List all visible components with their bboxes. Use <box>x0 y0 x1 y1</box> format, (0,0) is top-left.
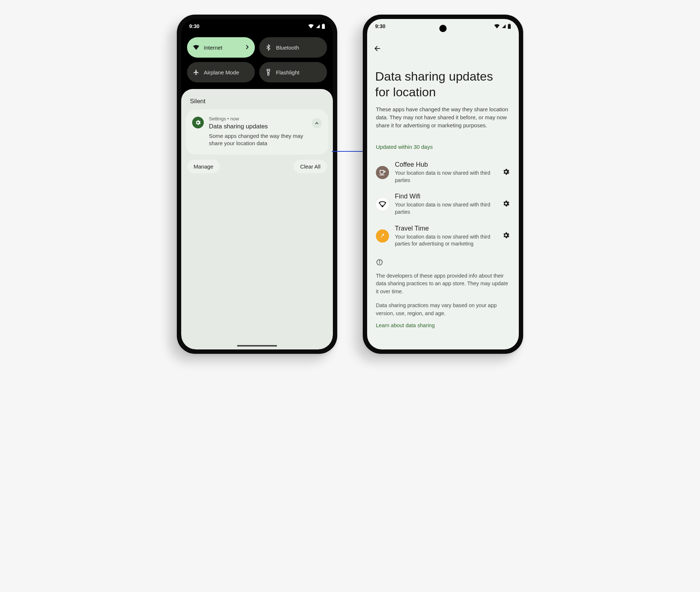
svg-point-3 <box>268 73 269 73</box>
flashlight-icon <box>265 69 272 76</box>
info-text-2: Data sharing practices may vary based on… <box>376 302 510 318</box>
svg-point-10 <box>382 236 383 237</box>
svg-rect-0 <box>322 24 325 29</box>
coffee-icon <box>376 166 389 179</box>
qs-tile-airplane[interactable]: Airplane Mode <box>187 62 255 82</box>
silent-section-label: Silent <box>186 96 328 109</box>
camera-hole <box>439 25 447 32</box>
wifi-icon <box>494 24 500 28</box>
app-sub: Your location data is now shared with th… <box>395 233 496 248</box>
qs-tile-bluetooth[interactable]: Bluetooth <box>259 37 327 58</box>
battery-icon <box>322 24 325 29</box>
notification-body: Some apps changed the way they may share… <box>209 132 307 147</box>
status-icons <box>308 24 325 29</box>
nav-handle[interactable] <box>237 345 277 347</box>
learn-link[interactable]: Learn about data sharing <box>367 317 519 333</box>
page-title: Data sharing updates for location <box>367 58 519 102</box>
app-settings-button[interactable] <box>502 200 510 209</box>
qs-label: Internet <box>204 45 222 51</box>
info-icon <box>376 259 510 268</box>
gear-icon <box>502 200 510 208</box>
app-row-coffee-hub[interactable]: Coffee Hub Your location data is now sha… <box>367 152 519 184</box>
qs-label: Bluetooth <box>276 45 299 51</box>
svg-rect-7 <box>509 24 510 24</box>
chevron-right-icon <box>245 45 249 51</box>
app-row-travel-time[interactable]: Travel Time Your location data is now sh… <box>367 216 519 248</box>
notification-shade: Silent Settings • now Data sharing updat… <box>181 89 333 349</box>
app-name: Find Wifi <box>395 193 496 200</box>
app-settings-button[interactable] <box>502 231 510 241</box>
notification-card[interactable]: Settings • now Data sharing updates Some… <box>186 109 328 155</box>
clock: 9:30 <box>189 23 199 29</box>
wifi-icon <box>308 24 314 28</box>
app-row-find-wifi[interactable]: Find Wifi Your location data is now shar… <box>367 184 519 216</box>
qs-tile-internet[interactable]: Internet <box>187 37 255 58</box>
collapse-button[interactable] <box>312 118 322 128</box>
chevron-up-icon <box>315 122 319 125</box>
app-sub: Your location data is now shared with th… <box>395 201 496 216</box>
svg-rect-1 <box>323 24 324 24</box>
clock: 9:30 <box>375 23 385 29</box>
wifi-icon <box>193 45 199 50</box>
back-button[interactable] <box>374 47 382 54</box>
app-sub: Your location data is now shared with th… <box>395 170 496 184</box>
updated-subheader: Updated within 30 days <box>367 129 519 152</box>
wifi-app-icon <box>376 198 389 211</box>
notification-app-label: Settings • now <box>209 116 307 121</box>
svg-point-13 <box>379 260 380 261</box>
qs-label: Flashlight <box>276 69 299 76</box>
arrow-left-icon <box>374 45 382 53</box>
status-bar: 9:30 <box>181 19 333 34</box>
qs-tile-flashlight[interactable]: Flashlight <box>259 62 327 82</box>
signal-icon <box>315 24 320 28</box>
status-icons <box>494 24 511 29</box>
gear-icon <box>502 168 510 176</box>
notification-title: Data sharing updates <box>209 123 307 130</box>
signal-icon <box>501 24 506 28</box>
phone-notification-shade: 9:30 Internet <box>177 15 337 354</box>
page-description: These apps have changed the way they sha… <box>367 102 519 129</box>
gear-icon <box>502 231 510 239</box>
quick-settings-grid: Internet Bluetooth Airplane <box>181 34 333 89</box>
svg-rect-2 <box>267 69 269 71</box>
bluetooth-icon <box>265 44 272 51</box>
svg-point-8 <box>382 205 383 206</box>
app-name: Coffee Hub <box>395 161 496 169</box>
settings-icon <box>192 117 204 128</box>
battery-icon <box>508 24 511 29</box>
info-text-1: The developers of these apps provided in… <box>376 272 510 296</box>
qs-label: Airplane Mode <box>204 69 239 76</box>
app-settings-button[interactable] <box>502 168 510 177</box>
phone-settings-page: 9:30 Data sharing updates for location T… <box>363 15 523 354</box>
compass-icon <box>376 229 389 243</box>
app-name: Travel Time <box>395 225 496 232</box>
clear-all-button[interactable]: Clear All <box>293 160 327 173</box>
svg-rect-6 <box>508 24 511 29</box>
airplane-icon <box>193 69 199 76</box>
manage-button[interactable]: Manage <box>187 160 220 173</box>
